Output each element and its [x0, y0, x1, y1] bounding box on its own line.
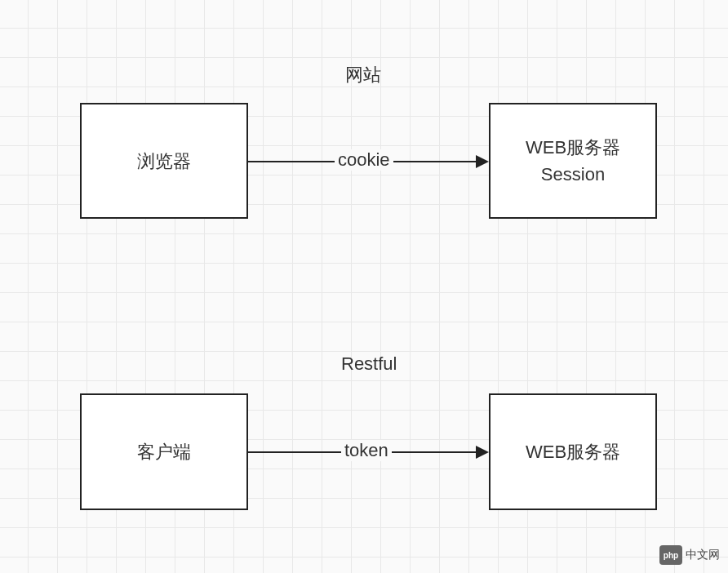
diagram1-left-label: 浏览器	[137, 148, 191, 175]
diagram2-edge-label: token	[341, 440, 392, 461]
watermark-logo-icon: php	[659, 545, 682, 565]
diagram1-right-label-line2: Session	[541, 161, 605, 188]
diagram2-arrow-head	[476, 446, 489, 459]
diagram2-left-box: 客户端	[80, 393, 248, 510]
diagram1-right-box: WEB服务器 Session	[489, 103, 657, 219]
diagram2-title: Restful	[341, 353, 397, 375]
watermark-text: 中文网	[686, 548, 720, 562]
diagram1-title: 网站	[345, 63, 381, 87]
diagram2-left-label: 客户端	[137, 438, 191, 465]
watermark: php 中文网	[659, 545, 720, 565]
diagram1-arrow-head	[476, 155, 489, 168]
diagram1-right-label-line1: WEB服务器	[526, 134, 620, 161]
diagram1-left-box: 浏览器	[80, 103, 248, 219]
diagram2-right-label: WEB服务器	[526, 438, 620, 465]
diagram1-edge-label: cookie	[335, 149, 393, 171]
diagram2-right-box: WEB服务器	[489, 393, 657, 510]
